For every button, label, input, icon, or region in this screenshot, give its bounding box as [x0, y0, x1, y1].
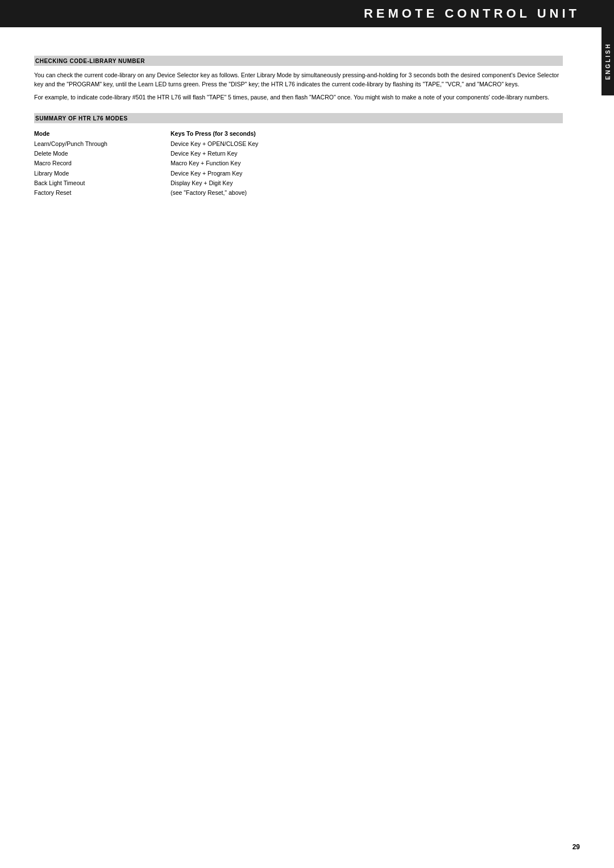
- modes-col-left: Mode Learn/Copy/Punch ThroughDelete Mode…: [34, 130, 171, 198]
- mode-row-3: Library Mode: [34, 169, 171, 178]
- mode-row-2: Macro Record: [34, 158, 171, 168]
- keys-row-4: Display Key + Digit Key: [171, 178, 563, 188]
- side-tab: ENGLISH: [601, 27, 614, 95]
- modes-col-right: Keys To Press (for 3 seconds) Device Key…: [171, 130, 563, 198]
- header-bar: REMOTE CONTROL UNIT: [0, 0, 614, 27]
- keys-row-5: (see "Factory Reset," above): [171, 188, 563, 198]
- checking-heading: CHECKING CODE-LIBRARY NUMBER: [34, 58, 145, 64]
- side-tab-label: ENGLISH: [605, 43, 611, 80]
- keys-row-2: Macro Key + Function Key: [171, 158, 563, 168]
- modes-table: Mode Learn/Copy/Punch ThroughDelete Mode…: [34, 130, 563, 198]
- checking-paragraph2: For example, to indicate code-library #5…: [34, 93, 563, 102]
- page-number: 29: [572, 843, 580, 851]
- page-container: REMOTE CONTROL UNIT ENGLISH CHECKING COD…: [0, 0, 614, 868]
- mode-col: Learn/Copy/Punch ThroughDelete ModeMacro…: [34, 139, 171, 198]
- page-number-area: 29: [572, 843, 580, 851]
- keys-row-0: Device Key + OPEN/CLOSE Key: [171, 139, 563, 149]
- page-title: REMOTE CONTROL UNIT: [364, 6, 580, 21]
- col1-header: Mode: [34, 130, 171, 137]
- content-area: CHECKING CODE-LIBRARY NUMBER You can che…: [0, 27, 597, 232]
- checking-section-header: CHECKING CODE-LIBRARY NUMBER: [34, 56, 563, 66]
- mode-row-0: Learn/Copy/Punch Through: [34, 139, 171, 149]
- mode-row-5: Factory Reset: [34, 188, 171, 198]
- mode-row-4: Back Light Timeout: [34, 178, 171, 188]
- keys-row-3: Device Key + Program Key: [171, 169, 563, 178]
- checking-paragraph1: You can check the current code-library o…: [34, 70, 563, 89]
- mode-row-1: Delete Mode: [34, 149, 171, 158]
- summary-section-header: SUMMARY OF HTR L76 MODES: [34, 113, 563, 123]
- keys-col: Device Key + OPEN/CLOSE KeyDevice Key + …: [171, 139, 563, 198]
- keys-row-1: Device Key + Return Key: [171, 149, 563, 158]
- col2-header: Keys To Press (for 3 seconds): [171, 130, 563, 137]
- summary-heading: SUMMARY OF HTR L76 MODES: [34, 115, 128, 122]
